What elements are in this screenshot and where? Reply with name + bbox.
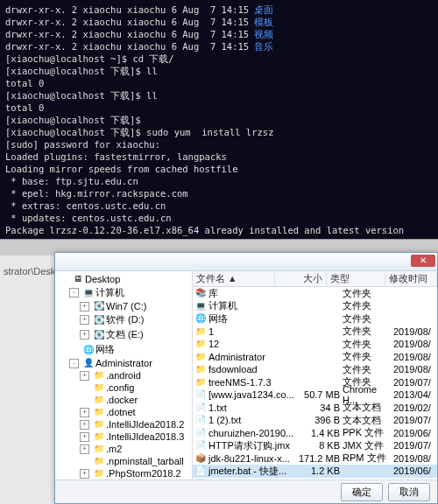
file-row[interactable]: 📄orderparams.csv29.8 KBMicrosoft ...2019… [193, 478, 437, 480]
file-type: 文件夹 [343, 363, 393, 376]
cancel-button[interactable]: 取消 [388, 483, 430, 501]
file-row[interactable]: 📄1.txt34 B文本文档2019/02/ [193, 402, 437, 415]
folder-icon: 📁 [93, 419, 104, 430]
file-type: 文件夹 [343, 325, 393, 338]
list-header[interactable]: 文件名 ▲ 大小 类型 修改时间 [193, 271, 437, 287]
expand-icon[interactable]: + [80, 432, 89, 442]
file-size: 34 B [296, 402, 343, 413]
file-size: 171.2 MB [296, 453, 343, 464]
terminal-line: [xiaochu@localhost 下载]$ sudo yum install… [5, 126, 433, 138]
file-icon: 📄 [194, 440, 206, 451]
tree-label: .PhpStorm2018.2 [106, 468, 181, 479]
tree-node[interactable]: +📁.android [76, 369, 192, 382]
file-row[interactable]: 📄HTTP请求订购.jmx8 KBJMX 文件2019/07/ [193, 439, 437, 452]
folder-icon: 📁 [93, 370, 104, 381]
file-type: 文件夹 [343, 299, 393, 312]
expand-icon[interactable]: + [80, 408, 89, 417]
expand-icon[interactable]: + [80, 469, 89, 479]
folder-icon: 📁 [93, 395, 104, 405]
file-size: 8 KB [296, 440, 343, 451]
file-dialog: ✕ 🖥Desktop-💻计算机+💽Win7 (C:)+💽软件 (D:)+💽文档 … [54, 252, 438, 504]
file-name: churuizhen-20190... [208, 428, 293, 438]
tree-node[interactable]: 📁.config [76, 382, 192, 394]
tree-node[interactable]: +📁.IntelliJIdea2018.3 [76, 430, 192, 443]
tree-node[interactable]: 🖥Desktop [55, 273, 192, 285]
file-row[interactable]: 📄[www.java1234.co...50.7 MBChrome H...20… [193, 388, 437, 402]
file-icon: 📁 [194, 326, 206, 337]
file-name: 1.txt [208, 402, 227, 413]
col-name[interactable]: 文件名 ▲ [193, 273, 275, 285]
file-date: 2013/04/ [393, 389, 437, 400]
terminal-line: [xiaochu@localhost 下载]$ ll [5, 65, 433, 77]
file-row[interactable]: 📁treeNMS-1.7.3文件夹2019/07/ [193, 376, 437, 389]
file-date: 2019/07/ [393, 479, 437, 480]
terminal[interactable]: drwxr-xr-x. 2 xiaochu xiaochu 6 Aug 7 14… [0, 0, 438, 239]
folder-icon: 🌐 [82, 345, 94, 355]
file-icon: 📄 [194, 389, 206, 400]
tree-node[interactable]: +📁.IntelliJIdea2018.2 [76, 418, 192, 430]
file-name: Administrator [208, 352, 265, 362]
tree-node[interactable]: +📁.PhpStorm2018.2 [76, 467, 192, 480]
file-name: 库 [208, 287, 218, 300]
file-row[interactable]: 🌐网络文件夹 [193, 312, 437, 326]
tree-node[interactable]: +💽Win7 (C:) [76, 300, 192, 312]
file-date: 2019/08/ [393, 326, 437, 337]
tree-label: 文档 (E:) [106, 328, 144, 341]
file-row[interactable]: 📄churuizhen-20190...1.4 KBPPK 文件2019/06/ [193, 427, 437, 440]
folder-icon: 💽 [93, 330, 104, 340]
terminal-line: drwxr-xr-x. 2 xiaochu xiaochu 6 Aug 7 14… [5, 16, 433, 28]
file-row[interactable]: 📦jdk-8u221-linux-x...171.2 MBRPM 文件2019/… [193, 452, 437, 466]
terminal-line: Package lrzsz-0.12.20-36.el7.x86_64 alre… [5, 224, 433, 236]
expand-icon[interactable]: + [80, 444, 89, 454]
folder-tree[interactable]: 🖥Desktop-💻计算机+💽Win7 (C:)+💽软件 (D:)+💽文档 (E… [55, 271, 193, 480]
tree-node[interactable]: -💻计算机 [66, 285, 192, 300]
terminal-line: drwxr-xr-x. 2 xiaochu xiaochu 6 Aug 7 14… [5, 28, 433, 40]
file-size: 1.2 KB [296, 466, 343, 476]
file-date: 2019/08/ [393, 339, 437, 349]
tree-node[interactable]: 📁.docker [76, 394, 192, 406]
expand-icon[interactable]: + [80, 315, 89, 325]
file-row[interactable]: 💻计算机文件夹 [193, 300, 437, 313]
file-size: 50.7 MB [296, 389, 343, 400]
file-row[interactable]: 📄jmeter.bat - 快捷...1.2 KB2019/06/ [193, 465, 437, 478]
expand-icon[interactable]: + [80, 330, 89, 340]
tree-node[interactable]: +💽软件 (D:) [76, 312, 192, 327]
col-size[interactable]: 大小 [275, 273, 327, 285]
expand-icon[interactable]: - [69, 288, 79, 298]
file-date: 2019/06/ [393, 466, 437, 476]
terminal-line: * epel: hkg.mirror.rackspace.com [5, 187, 433, 200]
file-icon: 📄 [194, 466, 206, 476]
tree-node[interactable]: +📁.dotnet [76, 406, 192, 418]
file-row[interactable]: 📁fsdownload文件夹2019/08/ [193, 363, 437, 376]
expand-icon[interactable]: + [80, 420, 89, 430]
folder-icon: 📁 [93, 444, 104, 454]
col-type[interactable]: 类型 [327, 273, 385, 285]
file-row[interactable]: 📁12文件夹2019/08/ [193, 338, 437, 351]
tree-node[interactable]: 🌐网络 [66, 342, 192, 357]
expand-icon[interactable]: + [80, 302, 89, 312]
file-type: RPM 文件 [343, 452, 393, 465]
col-date[interactable]: 修改时间 [385, 273, 437, 285]
tree-node[interactable]: -👤Administrator [66, 357, 192, 369]
file-row[interactable]: 📚库文件夹 [193, 287, 437, 300]
tree-label: Desktop [85, 274, 120, 284]
tree-node[interactable]: +📁.m2 [76, 443, 192, 455]
ok-button[interactable]: 确定 [341, 483, 383, 501]
tree-label: .docker [106, 395, 138, 405]
expand-icon[interactable]: - [69, 359, 79, 368]
breadcrumb-fragment: strator\Desk [0, 262, 59, 280]
close-button[interactable]: ✕ [411, 255, 435, 267]
folder-icon: 💽 [93, 301, 104, 312]
folder-icon: 👤 [82, 358, 94, 368]
file-row[interactable]: 📄1 (2).txt396 B文本文档2019/07/ [193, 414, 437, 427]
tree-node[interactable]: +💽文档 (E:) [76, 327, 192, 342]
tree-node[interactable]: 📁.npminstall_tarball [76, 455, 192, 467]
file-type: 文件夹 [343, 312, 393, 326]
expand-icon[interactable]: + [80, 371, 89, 381]
titlebar[interactable]: ✕ [55, 253, 437, 271]
terminal-line: * updates: centos.ustc.edu.cn [5, 212, 433, 224]
folder-icon: 💻 [82, 288, 94, 298]
terminal-line: total 0 [5, 77, 433, 89]
file-row[interactable]: 📁Administrator文件夹2019/08/ [193, 351, 437, 364]
file-row[interactable]: 📁1文件夹2019/08/ [193, 326, 437, 339]
